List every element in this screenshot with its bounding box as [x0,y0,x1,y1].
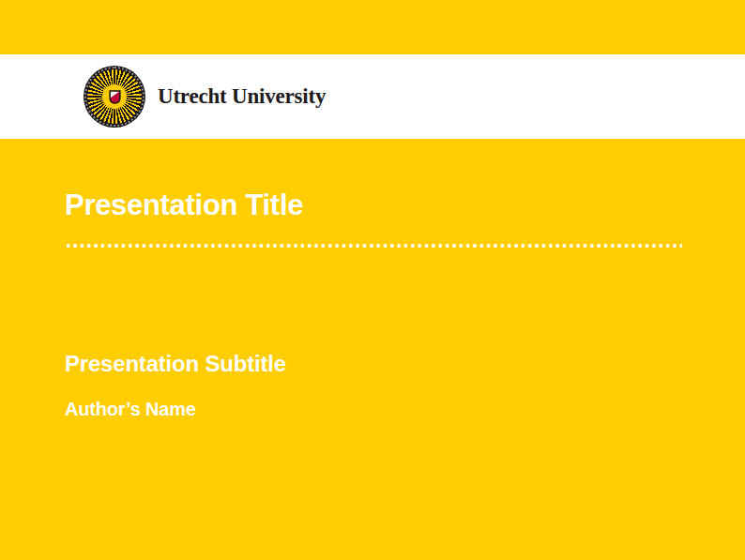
presentation-slide: Utrecht University Presentation Title Pr… [0,0,745,560]
utrecht-shield-icon [109,90,121,104]
uu-sun-logo-icon [84,66,145,128]
presentation-title: Presentation Title [65,188,303,222]
author-name: Author’s Name [65,398,196,420]
dotted-divider [65,242,682,250]
header-band: Utrecht University [0,54,745,139]
presentation-subtitle: Presentation Subtitle [65,351,286,378]
top-accent-band [0,0,745,54]
university-wordmark: Utrecht University [158,84,326,109]
